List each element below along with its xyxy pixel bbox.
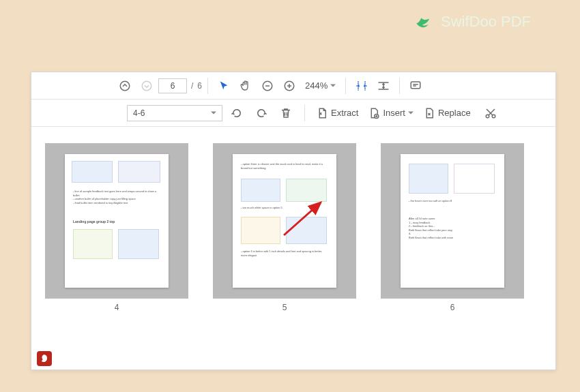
rotate-right-icon[interactable] bbox=[251, 103, 272, 123]
page-range-dropdown[interactable]: 4-6 bbox=[127, 105, 222, 121]
page-total: 6 bbox=[197, 81, 202, 91]
thumbnail-number: 5 bbox=[282, 303, 287, 312]
page-tools-toolbar: 4-6 Extract Insert Replace bbox=[31, 100, 555, 127]
rotate-left-icon[interactable] bbox=[227, 103, 247, 123]
thumbnail-page: - the hover over too soft on option 8 Af… bbox=[401, 154, 504, 288]
replace-label: Replace bbox=[438, 108, 471, 118]
extract-label: Extract bbox=[331, 108, 358, 118]
thumbnail-frame: - line of sample feedback text goes here… bbox=[45, 143, 188, 299]
app-window: / 6 244% 4-6 bbox=[31, 72, 556, 370]
cut-icon[interactable] bbox=[480, 103, 501, 123]
extract-icon bbox=[316, 107, 328, 119]
insert-label: Insert bbox=[383, 108, 405, 118]
thumbnail-item[interactable]: - line of sample feedback text goes here… bbox=[45, 143, 188, 312]
arrow-down-circle-icon[interactable] bbox=[136, 76, 157, 96]
fit-page-icon[interactable] bbox=[373, 76, 394, 96]
insert-icon bbox=[368, 107, 380, 119]
zoom-value: 244% bbox=[305, 80, 328, 91]
chevron-down-icon bbox=[330, 83, 336, 89]
delete-page-icon[interactable] bbox=[276, 103, 296, 123]
zoom-in-icon[interactable] bbox=[279, 76, 300, 96]
thumbnail-item[interactable]: - the hover over too soft on option 8 Af… bbox=[381, 143, 524, 312]
chevron-down-icon bbox=[408, 110, 414, 116]
thumbnail-number: 6 bbox=[450, 303, 455, 312]
thumbnail-item[interactable]: - option three is cleaner and the word c… bbox=[213, 143, 356, 312]
insert-button[interactable]: Insert bbox=[365, 103, 416, 123]
thumbnail-number: 4 bbox=[115, 303, 119, 312]
pdf-badge-icon bbox=[37, 351, 52, 366]
thumbnail-page: - option three is cleaner and the word c… bbox=[233, 154, 336, 288]
page-range-value: 4-6 bbox=[133, 108, 145, 118]
svg-rect-4 bbox=[411, 82, 421, 89]
zoom-dropdown[interactable]: 244% bbox=[301, 80, 340, 91]
zoom-out-icon[interactable] bbox=[257, 76, 278, 96]
extract-button[interactable]: Extract bbox=[313, 103, 361, 123]
page-separator: / bbox=[191, 81, 193, 91]
chevron-down-icon bbox=[211, 110, 216, 116]
fit-width-icon[interactable] bbox=[351, 76, 372, 96]
swifdoo-bird-icon bbox=[415, 12, 434, 31]
brand-logo: SwifDoo PDF bbox=[415, 12, 531, 31]
thumbnail-page: - line of sample feedback text goes here… bbox=[65, 154, 169, 288]
cursor-select-icon[interactable] bbox=[214, 76, 234, 96]
brand-name: SwifDoo PDF bbox=[441, 13, 531, 31]
toolbar-top: / 6 244% bbox=[31, 72, 555, 100]
arrow-up-circle-icon[interactable] bbox=[115, 76, 135, 96]
thumbnail-frame: - the hover over too soft on option 8 Af… bbox=[381, 143, 524, 299]
hand-pan-icon[interactable] bbox=[235, 76, 256, 96]
comment-icon[interactable] bbox=[405, 76, 426, 96]
replace-button[interactable]: Replace bbox=[420, 103, 474, 123]
thumbnails-pane: - line of sample feedback text goes here… bbox=[31, 127, 555, 319]
replace-icon bbox=[423, 107, 435, 119]
thumbnail-frame: - option three is cleaner and the word c… bbox=[213, 143, 356, 299]
page-number-input[interactable] bbox=[158, 78, 187, 93]
svg-point-0 bbox=[120, 81, 130, 91]
svg-point-1 bbox=[142, 81, 151, 91]
